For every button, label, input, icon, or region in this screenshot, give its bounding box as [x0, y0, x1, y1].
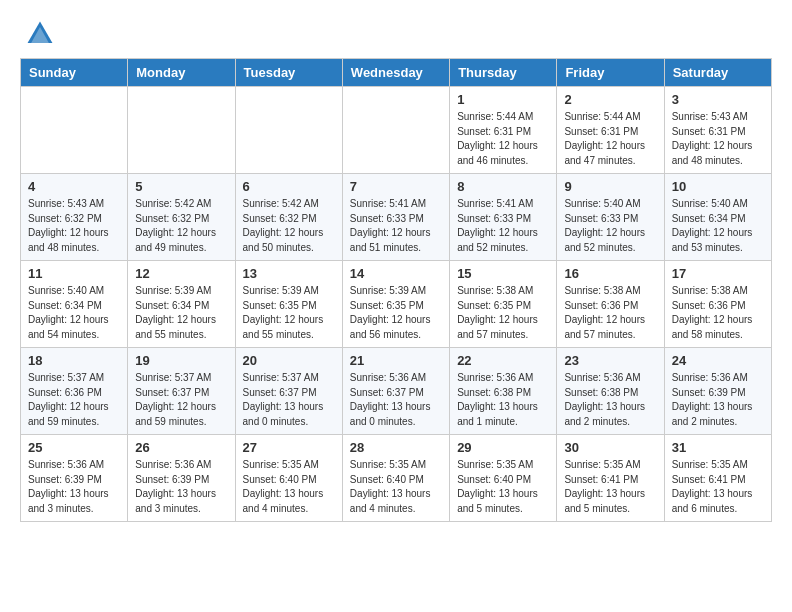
- day-number: 23: [564, 353, 656, 368]
- day-info: Sunrise: 5:37 AM Sunset: 6:36 PM Dayligh…: [28, 371, 120, 429]
- day-cell-17: 17Sunrise: 5:38 AM Sunset: 6:36 PM Dayli…: [664, 261, 771, 348]
- day-cell-29: 29Sunrise: 5:35 AM Sunset: 6:40 PM Dayli…: [450, 435, 557, 522]
- day-cell-18: 18Sunrise: 5:37 AM Sunset: 6:36 PM Dayli…: [21, 348, 128, 435]
- day-number: 7: [350, 179, 442, 194]
- day-info: Sunrise: 5:35 AM Sunset: 6:40 PM Dayligh…: [457, 458, 549, 516]
- day-info: Sunrise: 5:40 AM Sunset: 6:34 PM Dayligh…: [672, 197, 764, 255]
- day-number: 22: [457, 353, 549, 368]
- day-number: 28: [350, 440, 442, 455]
- calendar-wrap: SundayMondayTuesdayWednesdayThursdayFrid…: [0, 58, 792, 532]
- day-header-monday: Monday: [128, 59, 235, 87]
- day-number: 1: [457, 92, 549, 107]
- day-info: Sunrise: 5:36 AM Sunset: 6:38 PM Dayligh…: [564, 371, 656, 429]
- day-cell-30: 30Sunrise: 5:35 AM Sunset: 6:41 PM Dayli…: [557, 435, 664, 522]
- day-info: Sunrise: 5:39 AM Sunset: 6:35 PM Dayligh…: [243, 284, 335, 342]
- day-number: 16: [564, 266, 656, 281]
- logo-icon: [24, 18, 56, 50]
- empty-cell: [342, 87, 449, 174]
- calendar-table: SundayMondayTuesdayWednesdayThursdayFrid…: [20, 58, 772, 522]
- day-cell-12: 12Sunrise: 5:39 AM Sunset: 6:34 PM Dayli…: [128, 261, 235, 348]
- day-number: 2: [564, 92, 656, 107]
- day-info: Sunrise: 5:35 AM Sunset: 6:41 PM Dayligh…: [564, 458, 656, 516]
- day-cell-7: 7Sunrise: 5:41 AM Sunset: 6:33 PM Daylig…: [342, 174, 449, 261]
- day-cell-6: 6Sunrise: 5:42 AM Sunset: 6:32 PM Daylig…: [235, 174, 342, 261]
- day-cell-8: 8Sunrise: 5:41 AM Sunset: 6:33 PM Daylig…: [450, 174, 557, 261]
- day-cell-9: 9Sunrise: 5:40 AM Sunset: 6:33 PM Daylig…: [557, 174, 664, 261]
- day-info: Sunrise: 5:35 AM Sunset: 6:41 PM Dayligh…: [672, 458, 764, 516]
- calendar-body: 1Sunrise: 5:44 AM Sunset: 6:31 PM Daylig…: [21, 87, 772, 522]
- day-cell-11: 11Sunrise: 5:40 AM Sunset: 6:34 PM Dayli…: [21, 261, 128, 348]
- day-info: Sunrise: 5:40 AM Sunset: 6:34 PM Dayligh…: [28, 284, 120, 342]
- day-info: Sunrise: 5:43 AM Sunset: 6:31 PM Dayligh…: [672, 110, 764, 168]
- empty-cell: [128, 87, 235, 174]
- day-cell-25: 25Sunrise: 5:36 AM Sunset: 6:39 PM Dayli…: [21, 435, 128, 522]
- day-number: 17: [672, 266, 764, 281]
- day-cell-24: 24Sunrise: 5:36 AM Sunset: 6:39 PM Dayli…: [664, 348, 771, 435]
- day-number: 25: [28, 440, 120, 455]
- day-info: Sunrise: 5:41 AM Sunset: 6:33 PM Dayligh…: [457, 197, 549, 255]
- day-cell-23: 23Sunrise: 5:36 AM Sunset: 6:38 PM Dayli…: [557, 348, 664, 435]
- day-number: 8: [457, 179, 549, 194]
- day-number: 20: [243, 353, 335, 368]
- day-cell-3: 3Sunrise: 5:43 AM Sunset: 6:31 PM Daylig…: [664, 87, 771, 174]
- day-number: 3: [672, 92, 764, 107]
- page-header: [0, 0, 792, 58]
- week-row-3: 11Sunrise: 5:40 AM Sunset: 6:34 PM Dayli…: [21, 261, 772, 348]
- logo: [24, 18, 60, 50]
- day-header-wednesday: Wednesday: [342, 59, 449, 87]
- empty-cell: [235, 87, 342, 174]
- day-number: 27: [243, 440, 335, 455]
- day-number: 14: [350, 266, 442, 281]
- day-info: Sunrise: 5:36 AM Sunset: 6:39 PM Dayligh…: [28, 458, 120, 516]
- day-cell-20: 20Sunrise: 5:37 AM Sunset: 6:37 PM Dayli…: [235, 348, 342, 435]
- day-info: Sunrise: 5:42 AM Sunset: 6:32 PM Dayligh…: [135, 197, 227, 255]
- day-number: 6: [243, 179, 335, 194]
- day-number: 21: [350, 353, 442, 368]
- day-cell-14: 14Sunrise: 5:39 AM Sunset: 6:35 PM Dayli…: [342, 261, 449, 348]
- day-cell-28: 28Sunrise: 5:35 AM Sunset: 6:40 PM Dayli…: [342, 435, 449, 522]
- day-cell-2: 2Sunrise: 5:44 AM Sunset: 6:31 PM Daylig…: [557, 87, 664, 174]
- day-cell-15: 15Sunrise: 5:38 AM Sunset: 6:35 PM Dayli…: [450, 261, 557, 348]
- day-info: Sunrise: 5:42 AM Sunset: 6:32 PM Dayligh…: [243, 197, 335, 255]
- day-info: Sunrise: 5:39 AM Sunset: 6:35 PM Dayligh…: [350, 284, 442, 342]
- day-info: Sunrise: 5:43 AM Sunset: 6:32 PM Dayligh…: [28, 197, 120, 255]
- day-number: 30: [564, 440, 656, 455]
- day-info: Sunrise: 5:36 AM Sunset: 6:38 PM Dayligh…: [457, 371, 549, 429]
- day-number: 29: [457, 440, 549, 455]
- day-number: 11: [28, 266, 120, 281]
- day-cell-13: 13Sunrise: 5:39 AM Sunset: 6:35 PM Dayli…: [235, 261, 342, 348]
- week-row-4: 18Sunrise: 5:37 AM Sunset: 6:36 PM Dayli…: [21, 348, 772, 435]
- week-row-5: 25Sunrise: 5:36 AM Sunset: 6:39 PM Dayli…: [21, 435, 772, 522]
- day-cell-26: 26Sunrise: 5:36 AM Sunset: 6:39 PM Dayli…: [128, 435, 235, 522]
- day-info: Sunrise: 5:38 AM Sunset: 6:36 PM Dayligh…: [564, 284, 656, 342]
- day-number: 15: [457, 266, 549, 281]
- day-info: Sunrise: 5:36 AM Sunset: 6:39 PM Dayligh…: [135, 458, 227, 516]
- day-info: Sunrise: 5:37 AM Sunset: 6:37 PM Dayligh…: [243, 371, 335, 429]
- header-row: SundayMondayTuesdayWednesdayThursdayFrid…: [21, 59, 772, 87]
- day-info: Sunrise: 5:41 AM Sunset: 6:33 PM Dayligh…: [350, 197, 442, 255]
- day-cell-19: 19Sunrise: 5:37 AM Sunset: 6:37 PM Dayli…: [128, 348, 235, 435]
- day-number: 12: [135, 266, 227, 281]
- day-cell-10: 10Sunrise: 5:40 AM Sunset: 6:34 PM Dayli…: [664, 174, 771, 261]
- day-cell-27: 27Sunrise: 5:35 AM Sunset: 6:40 PM Dayli…: [235, 435, 342, 522]
- day-info: Sunrise: 5:40 AM Sunset: 6:33 PM Dayligh…: [564, 197, 656, 255]
- empty-cell: [21, 87, 128, 174]
- day-header-saturday: Saturday: [664, 59, 771, 87]
- day-number: 31: [672, 440, 764, 455]
- day-header-friday: Friday: [557, 59, 664, 87]
- day-cell-31: 31Sunrise: 5:35 AM Sunset: 6:41 PM Dayli…: [664, 435, 771, 522]
- day-info: Sunrise: 5:39 AM Sunset: 6:34 PM Dayligh…: [135, 284, 227, 342]
- calendar-header: SundayMondayTuesdayWednesdayThursdayFrid…: [21, 59, 772, 87]
- week-row-1: 1Sunrise: 5:44 AM Sunset: 6:31 PM Daylig…: [21, 87, 772, 174]
- day-cell-1: 1Sunrise: 5:44 AM Sunset: 6:31 PM Daylig…: [450, 87, 557, 174]
- day-number: 19: [135, 353, 227, 368]
- day-info: Sunrise: 5:36 AM Sunset: 6:39 PM Dayligh…: [672, 371, 764, 429]
- week-row-2: 4Sunrise: 5:43 AM Sunset: 6:32 PM Daylig…: [21, 174, 772, 261]
- day-cell-16: 16Sunrise: 5:38 AM Sunset: 6:36 PM Dayli…: [557, 261, 664, 348]
- day-cell-4: 4Sunrise: 5:43 AM Sunset: 6:32 PM Daylig…: [21, 174, 128, 261]
- day-number: 18: [28, 353, 120, 368]
- day-number: 9: [564, 179, 656, 194]
- day-info: Sunrise: 5:38 AM Sunset: 6:35 PM Dayligh…: [457, 284, 549, 342]
- day-info: Sunrise: 5:44 AM Sunset: 6:31 PM Dayligh…: [564, 110, 656, 168]
- day-info: Sunrise: 5:37 AM Sunset: 6:37 PM Dayligh…: [135, 371, 227, 429]
